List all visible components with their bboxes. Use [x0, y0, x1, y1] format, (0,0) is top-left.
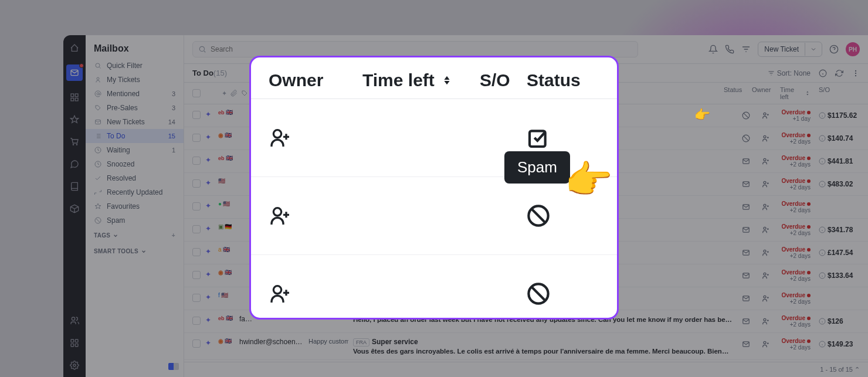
columns-popup: Owner Time left S/O Status — [249, 56, 619, 320]
popup-status-header: Status — [527, 70, 581, 90]
popup-owner-header: Owner — [269, 70, 362, 90]
assign-owner-icon[interactable] — [269, 204, 362, 227]
spam-tooltip: Spam — [504, 151, 570, 184]
popup-time-header[interactable]: Time left — [362, 70, 480, 90]
assign-owner-icon[interactable] — [269, 126, 362, 150]
status-spam-icon[interactable] — [527, 204, 550, 227]
popup-so-header: S/O — [480, 70, 527, 90]
sort-icon — [440, 74, 453, 87]
svg-point-60 — [273, 208, 281, 216]
pointer-hand-icon: 👈 — [566, 157, 614, 202]
status-spam-icon[interactable] — [527, 282, 550, 305]
svg-point-62 — [273, 286, 281, 294]
status-done-icon[interactable] — [527, 126, 550, 150]
assign-owner-icon[interactable] — [269, 282, 362, 305]
svg-point-58 — [273, 130, 281, 138]
pointer-hand-small-icon: 👈 — [695, 107, 711, 123]
